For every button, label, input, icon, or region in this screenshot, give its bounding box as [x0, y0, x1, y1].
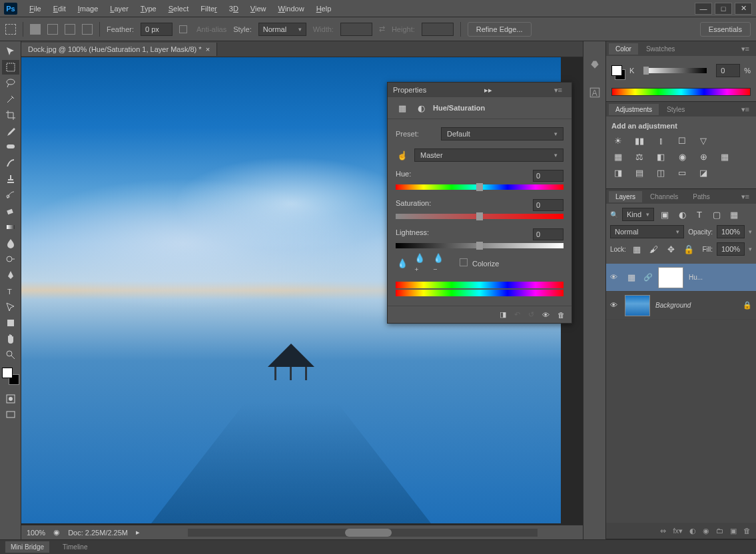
menu-file[interactable]: File	[24, 3, 47, 14]
layer-row-background[interactable]: 👁 Background 🔒	[606, 292, 756, 320]
reset-icon[interactable]: ↺	[528, 310, 534, 319]
group-icon[interactable]: 🗀	[716, 527, 723, 535]
color-swatches[interactable]	[2, 368, 19, 385]
style-select[interactable]: Normal▾	[258, 23, 306, 36]
horizontal-scrollbar[interactable]	[188, 529, 538, 537]
menu-edit[interactable]: Edit	[48, 3, 71, 14]
info-icon[interactable]: ◉	[53, 528, 60, 537]
delete-icon[interactable]: 🗑	[558, 311, 565, 319]
menu-help[interactable]: Help	[311, 3, 337, 14]
photo-filter-icon[interactable]: ◉	[675, 151, 689, 162]
adjustment-layer-icon[interactable]: ◉	[703, 527, 709, 535]
dodge-tool[interactable]	[2, 252, 19, 266]
eyedropper-add-icon[interactable]: 💧₊	[414, 258, 428, 268]
new-layer-icon[interactable]: ▣	[730, 527, 737, 535]
threshold-icon[interactable]: ◫	[654, 167, 667, 178]
close-button[interactable]: ✕	[735, 3, 752, 15]
eyedropper-sub-icon[interactable]: 💧₋	[433, 258, 446, 268]
link-icon[interactable]: 🔗	[643, 273, 653, 282]
type-tool[interactable]: T	[2, 284, 19, 298]
history-icon[interactable]	[587, 57, 602, 72]
filter-type-icon[interactable]: T	[693, 209, 706, 220]
visibility-icon[interactable]: 👁	[542, 311, 550, 319]
saturation-slider[interactable]	[396, 214, 564, 219]
minimize-button[interactable]: —	[695, 3, 712, 15]
menu-type[interactable]: Type	[135, 3, 162, 14]
opacity-input[interactable]	[717, 225, 745, 238]
brightness-icon[interactable]: ☀	[611, 135, 625, 146]
channels-tab[interactable]: Channels	[643, 191, 685, 202]
maximize-button[interactable]: □	[715, 3, 732, 15]
zoom-level[interactable]: 100%	[27, 529, 45, 537]
exposure-icon[interactable]: ☐	[675, 135, 689, 146]
curves-icon[interactable]: ⫿	[654, 135, 667, 146]
layer-thumbnail[interactable]	[625, 295, 650, 316]
character-icon[interactable]: A	[587, 85, 602, 100]
visibility-icon[interactable]: 👁	[610, 301, 619, 310]
lut-icon[interactable]: ▦	[718, 151, 731, 162]
panel-menu-icon[interactable]: ▾≡	[737, 192, 753, 201]
menu-filter[interactable]: Filter	[195, 3, 222, 14]
gradient-tool[interactable]	[2, 220, 19, 234]
swap-icon[interactable]: ⇄	[379, 25, 385, 33]
finger-icon[interactable]: ☝	[396, 150, 409, 160]
selection-new-icon[interactable]	[30, 24, 41, 35]
panel-menu-icon[interactable]: ▾≡	[737, 45, 753, 53]
selection-subtract-icon[interactable]	[65, 24, 75, 35]
channel-select[interactable]: Master▾	[414, 148, 564, 162]
layer-name[interactable]: Hu...	[689, 274, 703, 281]
selection-intersect-icon[interactable]	[82, 24, 93, 35]
timeline-tab[interactable]: Timeline	[57, 541, 93, 553]
menu-view[interactable]: View	[245, 3, 272, 14]
marquee-tool-icon[interactable]	[5, 24, 16, 35]
menu-layer[interactable]: Layer	[105, 3, 134, 14]
eyedropper-icon[interactable]: 💧	[396, 258, 409, 268]
layers-tab[interactable]: Layers	[609, 191, 642, 202]
eyedropper-tool[interactable]	[2, 124, 19, 138]
hue-range-bars[interactable]	[396, 282, 564, 296]
color-swatch[interactable]	[611, 65, 625, 80]
previous-icon[interactable]: ↶	[514, 310, 520, 319]
hue-icon[interactable]: ▦	[611, 151, 625, 162]
crop-tool[interactable]	[2, 108, 19, 123]
blend-mode-select[interactable]: Normal▾	[610, 225, 684, 238]
visibility-icon[interactable]: 👁	[610, 273, 619, 282]
lock-all-icon[interactable]: 🔒	[682, 244, 695, 254]
pen-tool[interactable]	[2, 268, 19, 282]
quickmask-tool[interactable]	[2, 392, 19, 406]
refine-edge-button[interactable]: Refine Edge...	[468, 22, 532, 37]
filter-smart-icon[interactable]: ▦	[727, 209, 741, 220]
stamp-tool[interactable]	[2, 172, 19, 186]
menu-window[interactable]: Window	[273, 3, 310, 14]
color-tab[interactable]: Color	[609, 43, 638, 55]
path-tool[interactable]	[2, 300, 19, 314]
styles-tab[interactable]: Styles	[660, 104, 691, 115]
mixer-icon[interactable]: ⊕	[697, 151, 710, 162]
swatches-tab[interactable]: Swatches	[639, 43, 681, 55]
move-tool[interactable]	[2, 44, 19, 59]
k-slider[interactable]	[643, 68, 707, 73]
paths-tab[interactable]: Paths	[686, 191, 717, 202]
lasso-tool[interactable]	[2, 76, 19, 91]
antialias-checkbox[interactable]	[179, 25, 187, 33]
delete-icon[interactable]: 🗑	[743, 527, 751, 535]
mini-bridge-tab[interactable]: Mini Bridge	[5, 541, 49, 553]
info-chevron[interactable]: ▸	[136, 528, 140, 537]
blur-tool[interactable]	[2, 236, 19, 250]
tab-close-icon[interactable]: ×	[206, 45, 210, 53]
wand-tool[interactable]	[2, 92, 19, 107]
layer-row-hue[interactable]: 👁 ▦ 🔗 Hu...	[606, 264, 756, 292]
hue-slider[interactable]	[396, 184, 564, 190]
balance-icon[interactable]: ⚖	[633, 151, 646, 162]
collapse-icon[interactable]: ▸▸	[484, 86, 492, 95]
hand-tool[interactable]	[2, 332, 19, 346]
menu-3d[interactable]: 3D	[224, 3, 244, 14]
foreground-color[interactable]	[2, 368, 13, 378]
screenmode-tool[interactable]	[2, 408, 19, 422]
invert-icon[interactable]: ◨	[611, 167, 625, 178]
menu-select[interactable]: Select	[163, 3, 194, 14]
k-value[interactable]	[716, 64, 740, 77]
filter-adjust-icon[interactable]: ◐	[675, 209, 689, 220]
lock-pixel-icon[interactable]: 🖌	[647, 244, 661, 254]
preset-select[interactable]: Default▾	[441, 127, 564, 140]
